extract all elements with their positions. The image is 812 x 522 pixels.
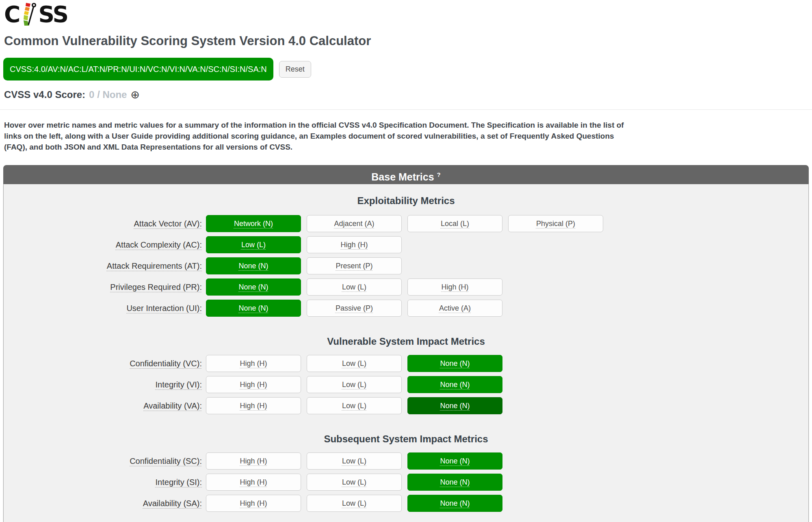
option-va-none[interactable]: None (N) — [407, 397, 502, 414]
option-av-physical[interactable]: Physical (P) — [508, 215, 603, 232]
score-label: CVSS v4.0 Score: — [4, 89, 85, 100]
option-sc-high[interactable]: High (H) — [206, 452, 301, 470]
base-metrics-title: Base Metrics — [371, 171, 434, 183]
option-ui-passive[interactable]: Passive (P) — [307, 300, 402, 317]
option-si-low[interactable]: Low (L) — [307, 474, 402, 491]
option-av-adjacent[interactable]: Adjacent (A) — [307, 215, 402, 232]
metric-row-integrity-vi: Integrity (VI): High (H) Low (L) None (N… — [4, 376, 808, 393]
metric-row-attack-requirements: Attack Requirements (AT): None (N) Prese… — [4, 257, 808, 274]
vector-row: CVSS:4.0/AV:N/AC:L/AT:N/PR:N/UI:N/VC:N/V… — [3, 58, 812, 80]
option-at-present[interactable]: Present (P) — [307, 257, 402, 274]
metric-row-availability-va: Availability (VA): High (H) Low (L) None… — [4, 397, 808, 414]
metric-row-confidentiality-sc: Confidentiality (SC): High (H) Low (L) N… — [4, 452, 808, 470]
cvss-logo-letters-ss: SS — [38, 2, 68, 26]
metric-label-va: Availability (VA): — [4, 401, 202, 411]
intro-paragraph: Hover over metric names and metric value… — [4, 120, 626, 152]
reset-button[interactable]: Reset — [279, 61, 311, 78]
metric-label-vi: Integrity (VI): — [4, 380, 202, 389]
option-vi-none[interactable]: None (N) — [407, 376, 502, 393]
section-title-exploitability: Exploitability Metrics — [4, 184, 808, 207]
option-ac-high[interactable]: High (H) — [307, 236, 402, 253]
option-si-none[interactable]: None (N) — [407, 474, 502, 491]
option-sa-high[interactable]: High (H) — [206, 495, 301, 512]
cvss-logo: C SS — [4, 2, 812, 27]
section-title-subsequent-impact: Subsequent System Impact Metrics — [4, 418, 808, 445]
option-ui-active[interactable]: Active (A) — [407, 300, 502, 317]
option-pr-high[interactable]: High (H) — [407, 278, 502, 296]
option-sc-none[interactable]: None (N) — [407, 452, 502, 470]
option-ui-none[interactable]: None (N) — [206, 300, 301, 317]
base-metrics-panel: Exploitability Metrics Attack Vector (AV… — [3, 184, 809, 522]
option-sa-low[interactable]: Low (L) — [307, 495, 402, 512]
metric-row-confidentiality-vc: Confidentiality (VC): High (H) Low (L) N… — [4, 355, 808, 372]
option-sc-low[interactable]: Low (L) — [307, 452, 402, 470]
metric-row-availability-sa: Availability (SA): High (H) Low (L) None… — [4, 495, 808, 512]
cvss-vector-string-button[interactable]: CVSS:4.0/AV:N/AC:L/AT:N/PR:N/UI:N/VC:N/V… — [3, 58, 273, 80]
option-si-high[interactable]: High (H) — [206, 474, 301, 491]
base-metrics-header: Base Metrics ? — [3, 165, 809, 184]
metric-row-attack-complexity: Attack Complexity (AC): Low (L) High (H) — [4, 236, 808, 253]
divider — [0, 109, 812, 110]
metric-row-privileges-required: Privileges Required (PR): None (N) Low (… — [4, 278, 808, 296]
metric-label-sc: Confidentiality (SC): — [4, 457, 202, 466]
option-vi-high[interactable]: High (H) — [206, 376, 301, 393]
option-av-network[interactable]: Network (N) — [206, 215, 301, 232]
help-icon[interactable]: ? — [437, 171, 441, 178]
metric-label-ui: User Interaction (UI): — [4, 304, 202, 313]
score-value: 0 / None — [89, 89, 127, 100]
cvss-gauge-icon — [20, 2, 38, 26]
metric-row-attack-vector: Attack Vector (AV): Network (N) Adjacent… — [4, 215, 808, 232]
metric-label-vc: Confidentiality (VC): — [4, 359, 202, 368]
section-title-vulnerable-impact: Vulnerable System Impact Metrics — [4, 321, 808, 347]
metric-label-at: Attack Requirements (AT): — [4, 261, 202, 271]
option-at-none[interactable]: None (N) — [206, 257, 301, 274]
score-row: CVSS v4.0 Score: 0 / None ⊕ — [4, 89, 812, 100]
option-vc-high[interactable]: High (H) — [206, 355, 301, 372]
option-va-high[interactable]: High (H) — [206, 397, 301, 414]
option-ac-low[interactable]: Low (L) — [206, 236, 301, 253]
option-vc-low[interactable]: Low (L) — [307, 355, 402, 372]
metric-label-pr: Privileges Required (PR): — [4, 283, 202, 292]
option-pr-none[interactable]: None (N) — [206, 278, 301, 296]
option-vc-none[interactable]: None (N) — [407, 355, 502, 372]
metric-label-sa: Availability (SA): — [4, 499, 202, 508]
metric-label-si: Integrity (SI): — [4, 478, 202, 487]
option-sa-none[interactable]: None (N) — [407, 495, 502, 512]
option-av-local[interactable]: Local (L) — [407, 215, 502, 232]
cvss-logo-letter-c: C — [4, 2, 19, 26]
metric-label-ac: Attack Complexity (AC): — [4, 240, 202, 250]
metric-row-integrity-si: Integrity (SI): High (H) Low (L) None (N… — [4, 474, 808, 491]
metric-label-av: Attack Vector (AV): — [4, 219, 202, 228]
metric-row-user-interaction: User Interaction (UI): None (N) Passive … — [4, 300, 808, 317]
option-pr-low[interactable]: Low (L) — [307, 278, 402, 296]
page-title: Common Vulnerability Scoring System Vers… — [4, 33, 812, 49]
option-vi-low[interactable]: Low (L) — [307, 376, 402, 393]
circle-plus-icon[interactable]: ⊕ — [130, 90, 140, 100]
option-va-low[interactable]: Low (L) — [307, 397, 402, 414]
